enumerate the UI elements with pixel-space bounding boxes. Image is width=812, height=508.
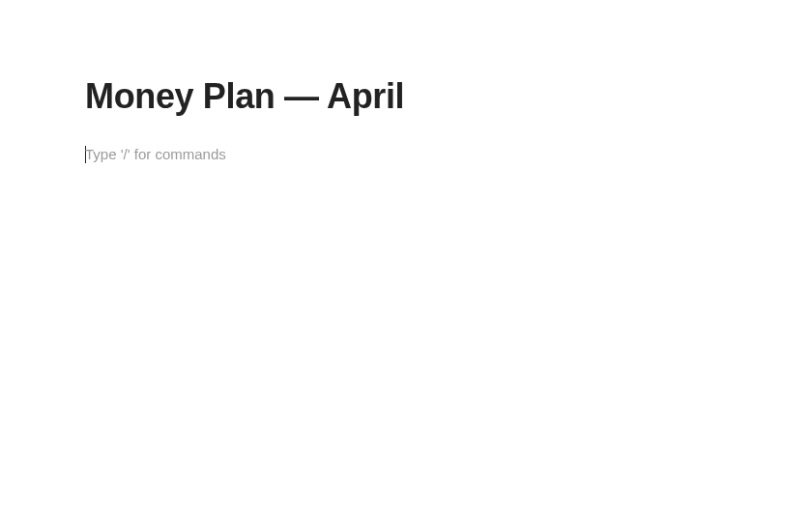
page-container: Money Plan — April Type '/' for commands	[0, 0, 812, 167]
text-cursor	[85, 146, 86, 163]
page-title[interactable]: Money Plan — April	[85, 75, 727, 117]
editor-input[interactable]	[85, 144, 727, 166]
editor-block[interactable]: Type '/' for commands	[85, 144, 727, 167]
